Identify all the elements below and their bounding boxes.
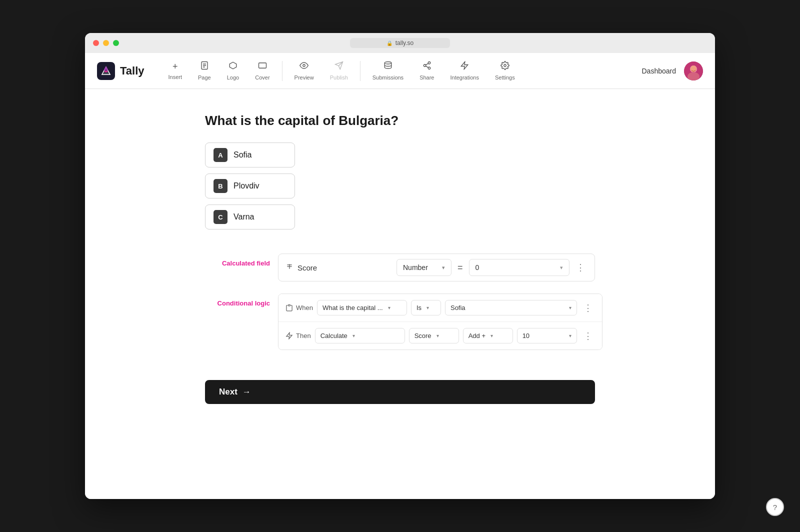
cond-then-operation-dropdown[interactable]: Add + ▾: [463, 328, 513, 344]
form-area: What is the capital of Bulgaria? A Sofia…: [205, 113, 595, 404]
dashboard-button[interactable]: Dashboard: [642, 67, 676, 75]
user-avatar[interactable]: [684, 62, 703, 80]
toolbar-page[interactable]: Page: [190, 57, 219, 84]
cond-then-action-label: Calculate: [320, 332, 348, 340]
calc-type-dropdown[interactable]: Number ▾: [396, 259, 452, 276]
equals-sign: =: [456, 262, 465, 273]
calc-type-chevron: ▾: [442, 264, 445, 271]
insert-icon: +: [172, 62, 178, 72]
app-window: 🔒 tally.so Tally + Insert: [85, 33, 715, 499]
svg-point-20: [504, 64, 506, 67]
toolbar-submissions[interactable]: Submissions: [364, 57, 412, 84]
help-button[interactable]: ?: [766, 498, 784, 516]
cond-when-field-dropdown[interactable]: What is the capital ... ▾: [317, 300, 407, 316]
toolbar-share[interactable]: Share: [412, 57, 442, 84]
svg-marker-3: [104, 66, 108, 70]
option-b[interactable]: B Plovdiv: [205, 174, 295, 198]
toolbar-logo[interactable]: Logo: [219, 57, 247, 84]
main-content: What is the capital of Bulgaria? A Sofia…: [85, 89, 715, 499]
integrations-icon: [460, 61, 469, 72]
toolbar-cover[interactable]: Cover: [247, 57, 278, 84]
calc-type-label: Number: [403, 264, 428, 272]
option-a[interactable]: A Sofia: [205, 142, 295, 168]
toolbar-insert[interactable]: + Insert: [160, 58, 190, 84]
cond-then-more-button[interactable]: ⋮: [581, 329, 595, 343]
settings-label: Settings: [495, 74, 515, 80]
insert-label: Insert: [168, 74, 182, 80]
cond-when-operator-chevron: ▾: [426, 305, 429, 310]
svg-marker-19: [461, 62, 468, 70]
toolbar-separator-2: [360, 61, 360, 81]
toolbar-preview[interactable]: Preview: [286, 57, 322, 84]
question-title: What is the capital of Bulgaria?: [205, 113, 595, 128]
calc-name-input[interactable]: [298, 264, 392, 272]
logo-area: Tally: [97, 62, 144, 80]
cond-when-more-button[interactable]: ⋮: [581, 301, 595, 315]
tally-logo-icon: [97, 62, 115, 80]
publish-icon: [334, 61, 344, 72]
title-bar: 🔒 tally.so: [85, 33, 715, 53]
then-label: Then: [296, 332, 311, 340]
svg-marker-30: [286, 332, 292, 339]
cond-then-prefix: Then: [286, 332, 311, 340]
share-label: Share: [420, 74, 434, 80]
conditional-logic-section: Conditional logic When: [205, 294, 595, 350]
calculated-field-content: Number ▾ = 0 ▾ ⋮: [278, 254, 595, 282]
cond-then-target-label: Score: [414, 332, 432, 340]
svg-marker-8: [230, 62, 236, 69]
cond-when-row: When What is the capital ... ▾ Is ▾: [278, 294, 602, 322]
toolbar-publish: Publish: [322, 57, 356, 84]
svg-point-10: [303, 64, 306, 67]
cond-when-value-dropdown[interactable]: Sofia ▾: [445, 300, 577, 316]
conditional-logic-content: When What is the capital ... ▾ Is ▾: [278, 294, 602, 350]
logo-icon-tb: [228, 61, 238, 72]
cond-then-target-dropdown[interactable]: Score ▾: [409, 328, 459, 344]
submissions-label: Submissions: [372, 74, 404, 80]
cover-icon: [258, 61, 267, 72]
minimize-button[interactable]: [103, 40, 109, 46]
calc-value-box[interactable]: 0 ▾: [469, 259, 570, 276]
cond-when-value-chevron: ▾: [569, 305, 572, 310]
url-text: tally.so: [396, 40, 414, 46]
cond-then-target-chevron: ▾: [436, 333, 439, 338]
page-label: Page: [198, 74, 211, 80]
option-a-text: Sofia: [234, 150, 252, 160]
conditional-logic-box: When What is the capital ... ▾ Is ▾: [278, 294, 602, 350]
option-c[interactable]: C Varna: [205, 204, 295, 230]
svg-line-17: [426, 66, 428, 68]
page-icon: [200, 61, 209, 72]
option-c-letter: C: [214, 210, 228, 224]
avatar-image: [684, 62, 703, 80]
close-button[interactable]: [93, 40, 99, 46]
cond-when-field-chevron: ▾: [388, 305, 390, 310]
svg-point-14: [428, 62, 430, 64]
settings-icon: [500, 61, 510, 72]
svg-rect-29: [288, 304, 290, 306]
preview-label: Preview: [294, 74, 314, 80]
conditional-logic-label: Conditional logic: [205, 294, 270, 307]
cond-then-amount-chevron: ▾: [569, 333, 572, 338]
svg-point-13: [384, 62, 392, 64]
maximize-button[interactable]: [113, 40, 119, 46]
help-icon: ?: [773, 503, 777, 512]
cond-then-action-dropdown[interactable]: Calculate ▾: [315, 328, 405, 344]
toolbar-settings[interactable]: Settings: [487, 57, 523, 84]
url-bar[interactable]: 🔒 tally.so: [350, 38, 450, 48]
integrations-label: Integrations: [450, 74, 478, 80]
options-list: A Sofia B Plovdiv C Varna: [205, 142, 595, 230]
cond-then-amount-dropdown[interactable]: 10 ▾: [517, 328, 577, 344]
next-button[interactable]: Next →: [205, 380, 595, 404]
toolbar-integrations[interactable]: Integrations: [442, 57, 486, 84]
calc-value-chevron: ▾: [560, 264, 563, 271]
submissions-icon: [384, 61, 392, 72]
toolbar-right: Dashboard: [642, 62, 704, 80]
calc-more-button[interactable]: ⋮: [574, 260, 588, 274]
cond-when-prefix: When: [286, 304, 313, 312]
next-button-arrow: →: [242, 387, 251, 397]
cond-then-row: Then Calculate ▾ Score ▾ Add +: [278, 322, 602, 350]
lock-icon: 🔒: [386, 40, 392, 46]
cond-then-amount-label: 10: [522, 332, 530, 340]
share-icon: [422, 61, 432, 72]
cond-when-operator-dropdown[interactable]: Is ▾: [411, 300, 441, 316]
cond-when-field-label: What is the capital ...: [322, 304, 383, 312]
